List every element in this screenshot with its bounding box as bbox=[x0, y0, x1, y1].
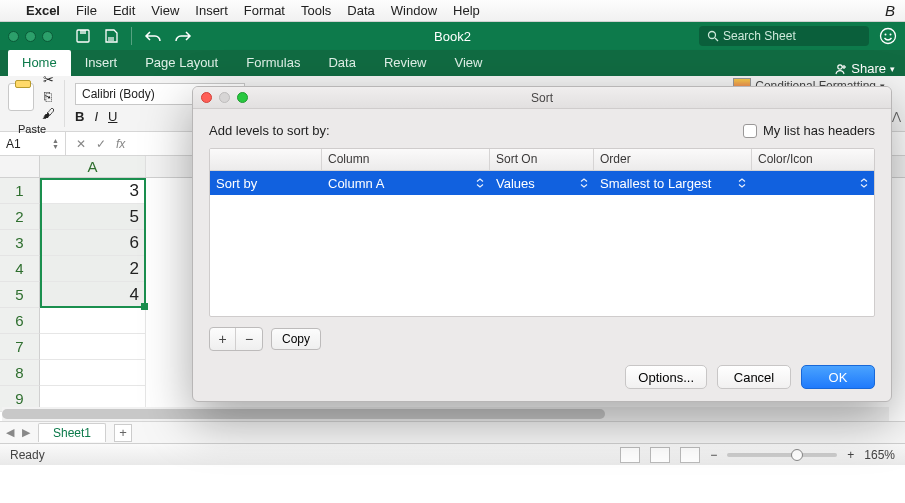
formula-enter-icon[interactable]: ✓ bbox=[96, 137, 106, 151]
options-button[interactable]: Options... bbox=[625, 365, 707, 389]
zoom-level[interactable]: 165% bbox=[864, 448, 895, 462]
cell[interactable] bbox=[40, 308, 146, 334]
cell[interactable]: 2 bbox=[40, 256, 146, 282]
sort-header-order: Order bbox=[594, 149, 752, 170]
row-header[interactable]: 8 bbox=[0, 360, 40, 386]
sort-header-coloricon: Color/Icon bbox=[752, 149, 874, 170]
row-header[interactable]: 5 bbox=[0, 282, 40, 308]
ribbon-tabs: Home Insert Page Layout Formulas Data Re… bbox=[0, 50, 905, 76]
view-normal-icon[interactable] bbox=[620, 447, 640, 463]
bold-button[interactable]: B bbox=[75, 109, 84, 124]
sheet-nav-prev-icon[interactable]: ◀ bbox=[6, 426, 14, 439]
row-header[interactable]: 2 bbox=[0, 204, 40, 230]
qat-save-icon[interactable] bbox=[103, 28, 119, 44]
search-placeholder: Search Sheet bbox=[723, 29, 796, 43]
cell[interactable] bbox=[40, 334, 146, 360]
sort-level-row[interactable]: Sort by Column A Values Smallest to Larg… bbox=[210, 171, 874, 195]
sheet-nav-next-icon[interactable]: ▶ bbox=[22, 426, 30, 439]
tab-insert[interactable]: Insert bbox=[71, 50, 132, 76]
menu-insert[interactable]: Insert bbox=[195, 3, 228, 18]
add-sheet-button[interactable]: + bbox=[114, 424, 132, 442]
cancel-button[interactable]: Cancel bbox=[717, 365, 791, 389]
chevron-updown-icon bbox=[580, 178, 588, 188]
horizontal-scrollbar[interactable] bbox=[2, 407, 889, 421]
formula-cancel-icon[interactable]: ✕ bbox=[76, 137, 86, 151]
qat-redo-icon[interactable] bbox=[174, 29, 192, 43]
menu-file[interactable]: File bbox=[76, 3, 97, 18]
cell[interactable]: 4 bbox=[40, 282, 146, 308]
menu-window[interactable]: Window bbox=[391, 3, 437, 18]
sort-levels-table: Column Sort On Order Color/Icon Sort by … bbox=[209, 148, 875, 317]
menu-tools[interactable]: Tools bbox=[301, 3, 331, 18]
copy-icon[interactable]: ⎘ bbox=[40, 90, 56, 104]
chevron-updown-icon bbox=[860, 178, 868, 188]
sheet-tabs-bar: ◀ ▶ Sheet1 + bbox=[0, 421, 905, 443]
paste-icon[interactable] bbox=[8, 83, 34, 111]
sort-column-dropdown[interactable]: Column A bbox=[322, 171, 490, 195]
remove-level-button[interactable]: − bbox=[236, 328, 262, 350]
dialog-titlebar[interactable]: Sort bbox=[193, 87, 891, 109]
checkbox-icon bbox=[743, 124, 757, 138]
row-header[interactable]: 3 bbox=[0, 230, 40, 256]
app-menu[interactable]: Excel bbox=[26, 3, 60, 18]
search-sheet-input[interactable]: Search Sheet bbox=[699, 26, 869, 46]
account-smiley-icon[interactable] bbox=[879, 27, 897, 45]
view-page-break-icon[interactable] bbox=[680, 447, 700, 463]
add-level-button[interactable]: + bbox=[210, 328, 236, 350]
svg-rect-1 bbox=[80, 30, 86, 34]
menu-edit[interactable]: Edit bbox=[113, 3, 135, 18]
tab-data[interactable]: Data bbox=[314, 50, 369, 76]
svg-point-5 bbox=[881, 29, 896, 44]
zoom-out-button[interactable]: − bbox=[710, 448, 717, 462]
menu-data[interactable]: Data bbox=[347, 3, 374, 18]
svg-line-4 bbox=[715, 38, 718, 41]
svg-point-8 bbox=[838, 64, 842, 68]
zoom-in-button[interactable]: + bbox=[847, 448, 854, 462]
status-bar: Ready − + 165% bbox=[0, 443, 905, 465]
share-button[interactable]: Share ▾ bbox=[833, 61, 895, 76]
underline-button[interactable]: U bbox=[108, 109, 117, 124]
row-header[interactable]: 1 bbox=[0, 178, 40, 204]
paste-label: Paste bbox=[18, 123, 46, 135]
menu-help[interactable]: Help bbox=[453, 3, 480, 18]
format-painter-icon[interactable]: 🖌 bbox=[40, 107, 56, 121]
sort-coloricon-dropdown[interactable] bbox=[752, 171, 874, 195]
ok-button[interactable]: OK bbox=[801, 365, 875, 389]
tab-formulas[interactable]: Formulas bbox=[232, 50, 314, 76]
copy-level-button[interactable]: Copy bbox=[271, 328, 321, 350]
tab-review[interactable]: Review bbox=[370, 50, 441, 76]
cut-icon[interactable]: ✂ bbox=[40, 73, 56, 87]
tab-view[interactable]: View bbox=[441, 50, 497, 76]
sort-on-dropdown[interactable]: Values bbox=[490, 171, 594, 195]
row-header[interactable]: 4 bbox=[0, 256, 40, 282]
window-traffic-lights[interactable] bbox=[8, 31, 53, 42]
name-box-value: A1 bbox=[6, 137, 21, 151]
svg-point-7 bbox=[890, 34, 892, 36]
cell[interactable]: 6 bbox=[40, 230, 146, 256]
headers-checkbox-label: My list has headers bbox=[763, 123, 875, 138]
name-box[interactable]: A1 ▲▼ bbox=[0, 132, 66, 155]
dialog-instruction: Add levels to sort by: bbox=[209, 123, 330, 138]
view-page-layout-icon[interactable] bbox=[650, 447, 670, 463]
qat-undo-icon[interactable] bbox=[144, 29, 162, 43]
svg-point-6 bbox=[885, 34, 887, 36]
cell[interactable] bbox=[40, 360, 146, 386]
select-all-corner[interactable] bbox=[0, 156, 40, 177]
zoom-slider[interactable] bbox=[727, 453, 837, 457]
italic-button[interactable]: I bbox=[94, 109, 98, 124]
tab-page-layout[interactable]: Page Layout bbox=[131, 50, 232, 76]
column-header-a[interactable]: A bbox=[40, 156, 146, 177]
svg-point-3 bbox=[709, 32, 716, 39]
cell[interactable]: 3 bbox=[40, 178, 146, 204]
fx-icon[interactable]: fx bbox=[116, 137, 125, 151]
cell[interactable]: 5 bbox=[40, 204, 146, 230]
sheet-tab-sheet1[interactable]: Sheet1 bbox=[38, 423, 106, 442]
menu-format[interactable]: Format bbox=[244, 3, 285, 18]
ribbon-collapse-icon[interactable]: ⋀ bbox=[892, 110, 901, 123]
qat-autosave-icon[interactable] bbox=[75, 28, 91, 44]
headers-checkbox[interactable]: My list has headers bbox=[743, 123, 875, 138]
menu-view[interactable]: View bbox=[151, 3, 179, 18]
row-header[interactable]: 6 bbox=[0, 308, 40, 334]
row-header[interactable]: 7 bbox=[0, 334, 40, 360]
sort-order-dropdown[interactable]: Smallest to Largest bbox=[594, 171, 752, 195]
